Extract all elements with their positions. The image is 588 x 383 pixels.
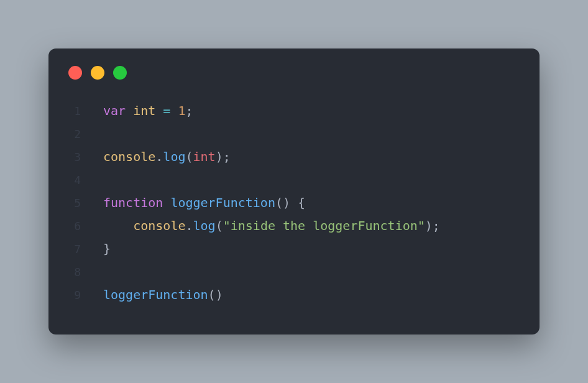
- code-token: (: [216, 218, 223, 233]
- code-token: console: [133, 218, 185, 233]
- line-content: }: [103, 238, 111, 260]
- code-token: loggerFunction: [103, 287, 208, 302]
- code-token: =: [163, 103, 170, 118]
- line-number: 5: [68, 192, 81, 215]
- zoom-icon[interactable]: [113, 66, 127, 80]
- code-line[interactable]: 3console.log(int);: [68, 145, 520, 168]
- traffic-lights: [68, 66, 520, 80]
- code-line[interactable]: 4: [68, 168, 520, 192]
- line-number: 4: [68, 169, 81, 192]
- minimize-icon[interactable]: [91, 66, 104, 80]
- code-line[interactable]: 2: [68, 122, 520, 145]
- line-number: 1: [68, 100, 81, 122]
- code-token: int: [133, 103, 155, 118]
- code-token: ): [216, 149, 223, 164]
- code-token: var: [103, 103, 126, 118]
- line-number: 6: [68, 215, 81, 238]
- code-token: log: [163, 149, 185, 164]
- line-number: 3: [68, 146, 81, 168]
- code-token: [103, 218, 133, 233]
- code-line[interactable]: 5function loggerFunction() {: [68, 192, 520, 215]
- line-content: [103, 122, 111, 145]
- code-token: ): [425, 218, 433, 233]
- code-line[interactable]: 7}: [68, 238, 520, 261]
- code-token: [170, 103, 178, 118]
- code-token: }: [103, 241, 111, 256]
- line-content: loggerFunction(): [103, 284, 223, 306]
- code-token: ): [216, 287, 223, 302]
- code-token: ;: [433, 218, 440, 233]
- line-content: function loggerFunction() {: [103, 192, 305, 214]
- close-icon[interactable]: [68, 66, 82, 80]
- code-token: (: [208, 287, 216, 302]
- code-token: ): [283, 195, 290, 210]
- line-content: console.log(int);: [103, 145, 231, 168]
- code-editor-window: 1var int = 1;2 3console.log(int);4 5func…: [48, 48, 540, 335]
- code-token: [163, 195, 170, 210]
- code-line[interactable]: 1var int = 1;: [68, 99, 520, 122]
- code-token: {: [298, 195, 305, 210]
- code-line[interactable]: 8: [68, 261, 520, 284]
- code-token: [155, 103, 163, 118]
- code-token: (: [275, 195, 283, 210]
- code-line[interactable]: 9loggerFunction(): [68, 284, 520, 307]
- code-token: loggerFunction: [170, 195, 275, 210]
- line-number: 9: [68, 284, 81, 307]
- line-number: 8: [68, 261, 81, 284]
- code-token: log: [193, 218, 216, 233]
- line-content: var int = 1;: [103, 99, 193, 122]
- line-content: [103, 261, 111, 283]
- line-content: console.log("inside the loggerFunction")…: [103, 215, 440, 237]
- code-token: console: [103, 149, 155, 164]
- code-token: .: [185, 218, 193, 233]
- code-token: ;: [223, 149, 231, 164]
- code-line[interactable]: 6 console.log("inside the loggerFunction…: [68, 215, 520, 238]
- line-number: 2: [68, 123, 81, 145]
- code-area[interactable]: 1var int = 1;2 3console.log(int);4 5func…: [68, 99, 520, 307]
- code-token: int: [193, 149, 216, 164]
- line-content: [103, 168, 111, 191]
- code-token: [126, 103, 133, 118]
- code-token: 1: [178, 103, 185, 118]
- line-number: 7: [68, 238, 81, 261]
- code-token: function: [103, 195, 163, 210]
- code-token: .: [155, 149, 163, 164]
- code-token: [290, 195, 298, 210]
- code-token: (: [185, 149, 193, 164]
- code-token: ;: [185, 103, 193, 118]
- code-token: "inside the loggerFunction": [223, 218, 425, 233]
